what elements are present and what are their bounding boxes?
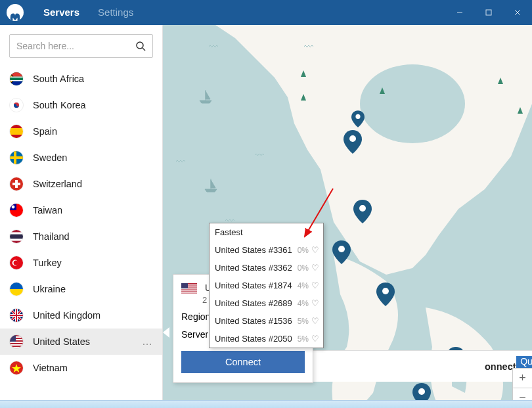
search-icon [135,41,146,51]
svg-rect-62 [181,283,188,288]
svg-rect-43 [10,344,23,346]
taskbar [0,400,532,408]
country-thailand[interactable]: Thailand [0,223,162,250]
country-turkey[interactable]: Turkey [0,250,162,276]
country-switzerland[interactable]: Switzerland [0,171,162,197]
svg-point-24 [12,206,15,209]
search-input[interactable] [16,41,135,51]
country-label: United States [33,336,90,347]
map-pin-icon[interactable] [344,130,362,154]
svg-rect-27 [10,241,23,243]
heart-icon[interactable]: ♡ [311,281,319,290]
heart-icon[interactable]: ♡ [311,245,319,255]
country-label: Turkey [33,258,62,268]
svg-rect-14 [10,125,23,128]
svg-rect-45 [10,335,16,342]
tree-icon [498,78,503,84]
svg-point-53 [382,288,389,294]
country-sweden[interactable]: Sweden [0,145,162,171]
svg-point-48 [360,64,465,143]
country-label: Switzerland [33,179,82,189]
svg-point-31 [14,260,18,265]
svg-rect-21 [12,183,20,185]
tab-servers[interactable]: Servers [34,0,89,25]
svg-rect-18 [14,151,16,164]
svg-rect-28 [10,235,23,239]
tab-settings[interactable]: Settings [89,0,143,25]
country-label: Thailand [33,231,70,242]
svg-point-50 [355,114,360,119]
connect-button[interactable]: Connect [181,351,305,373]
dropdown-item[interactable]: United States #33620%♡ [210,259,323,277]
country-south-korea[interactable]: South Korea [0,92,162,118]
country-label: Vietnam [33,363,68,373]
tree-icon [380,87,385,94]
map-pin-icon[interactable] [351,110,365,127]
svg-point-54 [418,388,425,395]
svg-rect-61 [181,292,197,294]
tree-icon [518,107,523,114]
status-bar: onnect Quick connect [303,350,532,382]
country-label: Spain [33,126,57,137]
app-logo-icon [7,4,24,21]
country-label: South Korea [33,100,86,110]
svg-point-4 [137,42,143,49]
country-label: Ukraine [33,284,66,294]
country-united-kingdom[interactable]: United Kingdom [0,302,162,329]
svg-rect-60 [181,290,197,292]
country-spain[interactable]: Spain [0,118,162,145]
country-label: Taiwan [33,205,62,215]
heart-icon[interactable]: ♡ [311,263,319,273]
close-button[interactable] [503,0,532,25]
heart-icon[interactable]: ♡ [311,334,319,344]
maximize-button[interactable] [474,0,503,25]
wave-icon: 〰 [255,150,264,160]
status-text: onnect [485,361,516,372]
dropdown-item[interactable]: United States #20505%♡ [210,330,323,348]
heart-icon[interactable]: ♡ [311,316,319,326]
svg-rect-1 [486,10,491,15]
svg-line-5 [143,48,145,51]
more-icon[interactable]: … [142,336,153,348]
dropdown-item[interactable]: United States #26894%♡ [210,294,323,312]
popover-pointer-icon [163,327,169,338]
svg-rect-26 [10,230,23,232]
boat-icon [202,176,219,193]
wave-icon: 〰 [209,41,218,52]
map-pin-icon[interactable] [353,200,372,223]
svg-point-51 [359,205,366,212]
map-pin-icon[interactable] [376,283,395,306]
svg-rect-33 [10,289,23,296]
minimize-button[interactable] [445,0,474,25]
tree-icon [301,94,306,101]
country-label: Sweden [33,152,67,163]
zoom-in-button[interactable]: + [513,369,532,388]
svg-rect-44 [10,347,23,348]
country-label: United Kingdom [33,310,100,321]
heart-icon[interactable]: ♡ [311,298,319,308]
svg-rect-15 [10,135,23,138]
country-label: South Africa [33,74,84,84]
country-taiwan[interactable]: Taiwan [0,197,162,223]
annotation-arrow-icon [297,185,336,244]
svg-rect-10 [10,78,23,80]
country-list: South Africa South Korea Spain Sweden Sw… [0,66,162,408]
sidebar: South Africa South Korea Spain Sweden Sw… [0,25,163,408]
svg-point-49 [349,135,356,142]
titlebar: Servers Settings [0,0,532,25]
wave-icon: 〰 [304,41,313,52]
svg-rect-59 [181,288,197,290]
country-ukraine[interactable]: Ukraine [0,276,162,302]
search-input-wrap[interactable] [9,34,153,58]
country-south-africa[interactable]: South Africa [0,66,162,92]
country-vietnam[interactable]: Vietnam [0,355,162,381]
svg-line-63 [305,189,333,237]
svg-rect-38 [10,315,23,316]
svg-rect-32 [10,283,23,289]
wave-icon: 〰 [176,156,185,167]
flag-us-icon [181,283,197,294]
country-united-states[interactable]: United States… [0,329,162,355]
dropdown-item[interactable]: United States #18744%♡ [210,277,323,294]
dropdown-item[interactable]: United States #15365%♡ [210,312,323,330]
boat-icon [197,87,214,104]
